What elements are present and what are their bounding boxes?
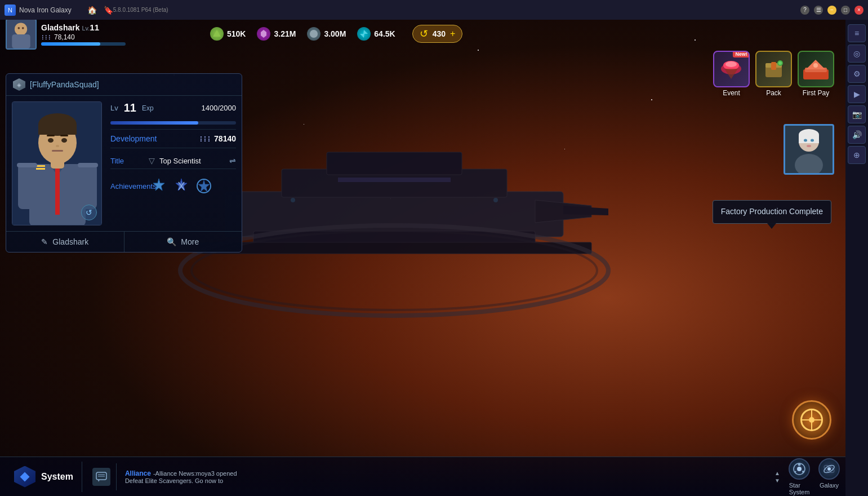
- svg-point-70: [797, 467, 802, 471]
- close-button[interactable]: ×: [854, 6, 863, 15]
- nav-arrows[interactable]: ▲ ▼: [774, 470, 780, 484]
- exp-values: 1400/2000: [202, 104, 236, 112]
- crystal-value: 3.21M: [274, 29, 296, 38]
- profile-stats: Lv 11 Exp 1400/2000 Development ⫶⫶⫶ 7814…: [110, 101, 236, 225]
- svg-point-37: [811, 139, 814, 142]
- achievement-icon-2[interactable]: [172, 177, 190, 195]
- sidebar-btn-3[interactable]: ⚙: [848, 65, 866, 83]
- nav-arrow-down[interactable]: ▼: [774, 477, 780, 484]
- svg-point-72: [802, 471, 804, 473]
- svg-marker-15: [213, 30, 221, 37]
- menu-button[interactable]: ☰: [814, 6, 823, 15]
- more-button[interactable]: 🔍 More: [124, 232, 242, 252]
- refresh-portrait-button[interactable]: ↺: [81, 205, 97, 220]
- svg-marker-60: [176, 179, 187, 191]
- event-button[interactable]: New! Event: [713, 51, 750, 97]
- app-title: Nova Iron Galaxy: [19, 6, 72, 14]
- dev-icon-value: ⫶⫶⫶ 78140: [199, 134, 236, 143]
- profile-card: ◈ [FluffyPandaSquad]: [6, 73, 242, 253]
- resource-metal[interactable]: 3.00M: [307, 27, 346, 41]
- svg-point-17: [310, 30, 318, 38]
- nav-buttons: StarSystem Galaxy: [789, 458, 840, 495]
- svg-point-76: [827, 467, 831, 471]
- resource-crystal[interactable]: 3.21M: [257, 27, 296, 41]
- edit-profile-button[interactable]: ✎ Gladshark: [6, 232, 124, 252]
- svg-point-13: [17, 26, 20, 29]
- svg-marker-16: [261, 30, 266, 38]
- factory-tooltip[interactable]: Factory Production Complete: [713, 200, 831, 224]
- minimize-button[interactable]: −: [827, 6, 836, 15]
- profile-card-body: ↺ Lv 11 Exp 1400/2000 Development ⫶⫶⫶ 78…: [6, 96, 242, 231]
- achievement-icon-1[interactable]: [150, 177, 168, 195]
- system-button[interactable]: System: [6, 462, 82, 492]
- target-inner: [800, 409, 823, 431]
- svg-rect-58: [78, 163, 98, 167]
- sidebar-btn-2[interactable]: ◎: [848, 45, 866, 63]
- svg-marker-64: [198, 180, 210, 192]
- right-sidebar: ≡ ◎ ⚙ ▶ 📷 🔊 ⊕: [845, 20, 868, 496]
- star-system-button[interactable]: StarSystem: [789, 458, 810, 495]
- title-swap-button[interactable]: ⇌: [229, 156, 236, 165]
- svg-marker-59: [153, 179, 164, 191]
- target-button[interactable]: [792, 400, 831, 440]
- pack-button[interactable]: Pack: [755, 51, 792, 97]
- home-icon[interactable]: 🏠: [87, 6, 97, 15]
- svg-point-8: [291, 198, 295, 202]
- svg-rect-43: [18, 164, 35, 209]
- alliance-news[interactable]: Alliance -Alliance News:moya3 opened Def…: [117, 470, 774, 484]
- svg-rect-56: [36, 168, 45, 170]
- player-exp-bar-container: [41, 42, 126, 46]
- new-badge: New!: [733, 51, 750, 57]
- sidebar-btn-6[interactable]: 🔊: [848, 126, 866, 144]
- sidebar-btn-1[interactable]: ≡: [848, 24, 866, 42]
- achievements-row: Achievements: [110, 174, 236, 198]
- character-portrait: ↺: [12, 101, 102, 225]
- svg-rect-42: [55, 167, 60, 215]
- more-icon: 🔍: [167, 237, 176, 246]
- event-icon-container: New!: [713, 51, 750, 87]
- svg-point-53: [56, 145, 59, 147]
- premium-add-icon[interactable]: +: [450, 29, 455, 39]
- bookmark-icon[interactable]: 🔖: [104, 6, 113, 15]
- news-line2: Defeat Elite Scavengers. Go now to: [125, 477, 766, 484]
- resource-food[interactable]: 510K: [210, 27, 246, 41]
- resource-energy[interactable]: 64.5K: [357, 27, 395, 41]
- premium-currency[interactable]: ↺ 430 +: [412, 25, 463, 43]
- factory-tooltip-text: Factory Production Complete: [721, 207, 823, 216]
- title-icon: ▽: [149, 156, 155, 165]
- titlebar-controls: ? ☰ − □ ×: [800, 6, 863, 15]
- maximize-button[interactable]: □: [841, 6, 850, 15]
- profile-level: 11: [124, 101, 136, 114]
- titlebar: N Nova Iron Galaxy 🏠 🔖 5.8.0.1081 P64 (B…: [0, 0, 868, 20]
- advisor-portrait[interactable]: [784, 124, 834, 175]
- chat-button[interactable]: [87, 463, 117, 490]
- sidebar-btn-5[interactable]: 📷: [848, 105, 866, 123]
- profile-card-footer: ✎ Gladshark 🔍 More: [6, 231, 242, 252]
- avatar-button[interactable]: [6, 19, 37, 50]
- achievement-icon-3[interactable]: [195, 177, 213, 195]
- app-version: 5.8.0.1081 P64 (Beta): [113, 7, 168, 13]
- dev-value: 78140: [214, 134, 236, 143]
- sidebar-btn-4[interactable]: ▶: [848, 85, 866, 103]
- sidebar-btn-7[interactable]: ⊕: [848, 146, 866, 164]
- crystal-icon: [257, 27, 270, 41]
- star-system-icon: [789, 458, 810, 480]
- first-pay-icon-container: [798, 51, 834, 87]
- svg-point-26: [778, 61, 782, 65]
- galaxy-label: Galaxy: [820, 482, 839, 489]
- first-pay-button[interactable]: First Pay: [798, 51, 834, 97]
- svg-point-49: [48, 138, 54, 143]
- pack-icon-container: [755, 51, 792, 87]
- nav-arrow-up[interactable]: ▲: [774, 470, 780, 476]
- help-button[interactable]: ?: [800, 6, 809, 15]
- svg-point-20: [725, 61, 737, 67]
- svg-point-73: [795, 471, 796, 472]
- galaxy-icon: [818, 458, 840, 480]
- system-hex-icon: [14, 466, 35, 488]
- player-development-hud: 78,140: [54, 33, 75, 41]
- player-level-display: Lv.11: [82, 23, 99, 32]
- svg-rect-44: [80, 164, 97, 209]
- galaxy-button[interactable]: Galaxy: [818, 458, 840, 495]
- energy-icon: [357, 27, 371, 41]
- svg-rect-2: [327, 152, 462, 175]
